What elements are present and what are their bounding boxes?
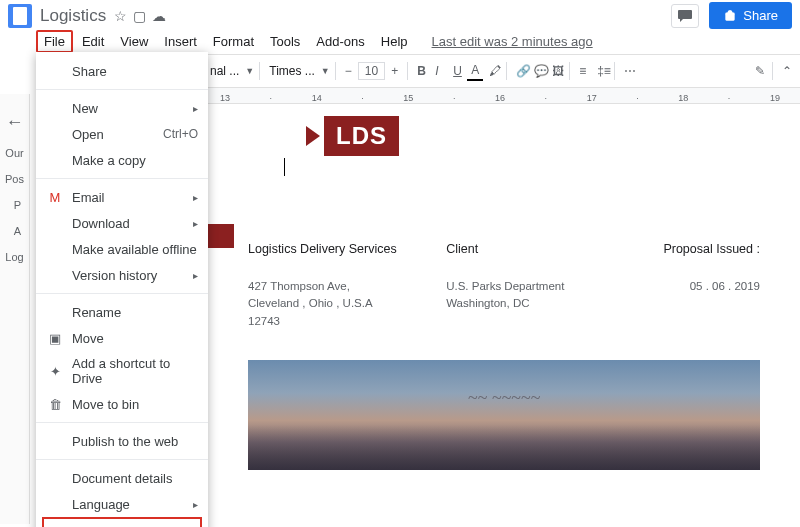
share-label: Share (743, 8, 778, 23)
docs-logo-icon[interactable] (8, 4, 32, 28)
menu-download[interactable]: Download▸ (36, 210, 208, 236)
address-line: Cleveland , Ohio , U.S.A (248, 295, 446, 312)
menu-format[interactable]: Format (206, 31, 261, 52)
outline-item[interactable]: Our (5, 147, 23, 159)
menu-document-details[interactable]: Document details (36, 465, 208, 491)
client-line: Washington, DC (446, 295, 611, 312)
menu-page-setup[interactable]: Page setup (42, 517, 202, 527)
menu-language[interactable]: Language▸ (36, 491, 208, 517)
align-button[interactable]: ≡ (575, 62, 591, 80)
outline-item[interactable]: A (8, 225, 21, 237)
menu-addons[interactable]: Add-ons (309, 31, 371, 52)
style-dropdown[interactable]: nal ... (206, 62, 243, 80)
toolbar: nal ...▼ Times ...▼ − 10 + B I U A 🖍 🔗 💬… (200, 54, 800, 88)
highlight-button[interactable]: 🖍 (485, 62, 501, 80)
menu-move-to-bin[interactable]: 🗑Move to bin (36, 391, 208, 417)
document-canvas[interactable]: LDS Logistics Delivery Services 427 Thom… (208, 104, 800, 490)
menu-edit[interactable]: Edit (75, 31, 111, 52)
italic-button[interactable]: I (431, 62, 447, 80)
comments-button[interactable] (671, 4, 699, 28)
menu-tools[interactable]: Tools (263, 31, 307, 52)
file-menu-dropdown: Share New▸ OpenCtrl+O Make a copy MEmail… (36, 52, 208, 527)
text-cursor (284, 158, 285, 176)
outline-sidebar: ← Our Pos P A Log (0, 94, 30, 524)
font-size[interactable]: 10 (358, 62, 385, 80)
font-size-decrease[interactable]: − (341, 62, 356, 80)
menu-email[interactable]: MEmail▸ (36, 184, 208, 210)
column-heading: Client (446, 242, 611, 256)
cloud-status-icon: ☁ (152, 8, 166, 24)
font-size-increase[interactable]: + (387, 62, 402, 80)
menu-view[interactable]: View (113, 31, 155, 52)
folder-move-icon: ▣ (46, 331, 64, 346)
decorative-block (208, 224, 234, 248)
menu-help[interactable]: Help (374, 31, 415, 52)
gmail-icon: M (46, 190, 64, 205)
menu-bar: File Edit View Insert Format Tools Add-o… (0, 28, 800, 54)
image-button[interactable]: 🖼 (548, 62, 564, 80)
menu-publish-web[interactable]: Publish to the web (36, 428, 208, 454)
expand-button[interactable]: ⌃ (778, 62, 794, 80)
menu-rename[interactable]: Rename (36, 299, 208, 325)
line-spacing-button[interactable]: ‡≡ (593, 62, 609, 80)
document-title[interactable]: Logistics (40, 6, 106, 26)
last-edit-link[interactable]: Last edit was 2 minutes ago (425, 31, 600, 52)
editing-mode-button[interactable]: ✎ (751, 62, 767, 80)
address-line: 427 Thompson Ave, (248, 278, 446, 295)
menu-add-shortcut[interactable]: ✦Add a shortcut to Drive (36, 351, 208, 391)
underline-button[interactable]: U (449, 62, 465, 80)
bold-button[interactable]: B (413, 62, 429, 80)
proposal-date: 05 . 06 . 2019 (611, 278, 760, 295)
menu-make-copy[interactable]: Make a copy (36, 147, 208, 173)
drive-shortcut-icon: ✦ (46, 364, 64, 379)
star-icon[interactable]: ☆ (114, 8, 127, 24)
trash-icon: 🗑 (46, 397, 64, 412)
ruler[interactable]: 13 · 14 · 15 · 16 · 17 · 18 · 19 (200, 88, 800, 104)
outline-item[interactable]: Log (5, 251, 23, 263)
hero-image: ~~ ~~~~~ (248, 360, 760, 470)
outline-item[interactable]: Pos (5, 173, 24, 185)
menu-version-history[interactable]: Version history▸ (36, 262, 208, 288)
column-heading: Proposal Issued : (611, 242, 760, 256)
client-line: U.S. Parks Department (446, 278, 611, 295)
menu-share[interactable]: Share (36, 58, 208, 84)
menu-offline[interactable]: Make available offline (36, 236, 208, 262)
address-line: 12743 (248, 313, 446, 330)
menu-insert[interactable]: Insert (157, 31, 204, 52)
text-color-button[interactable]: A (467, 61, 483, 81)
menu-open[interactable]: OpenCtrl+O (36, 121, 208, 147)
share-button[interactable]: Share (709, 2, 792, 29)
menu-file[interactable]: File (36, 30, 73, 53)
company-logo: LDS (306, 116, 399, 156)
more-button[interactable]: ⋯ (620, 62, 640, 80)
link-button[interactable]: 🔗 (512, 62, 528, 80)
move-folder-icon[interactable]: ▢ (133, 8, 146, 24)
comment-button[interactable]: 💬 (530, 62, 546, 80)
back-arrow-icon[interactable]: ← (6, 112, 24, 133)
font-dropdown[interactable]: Times ... (265, 62, 319, 80)
column-heading: Logistics Delivery Services (248, 242, 446, 256)
menu-new[interactable]: New▸ (36, 95, 208, 121)
outline-item[interactable]: P (8, 199, 21, 211)
menu-move[interactable]: ▣Move (36, 325, 208, 351)
